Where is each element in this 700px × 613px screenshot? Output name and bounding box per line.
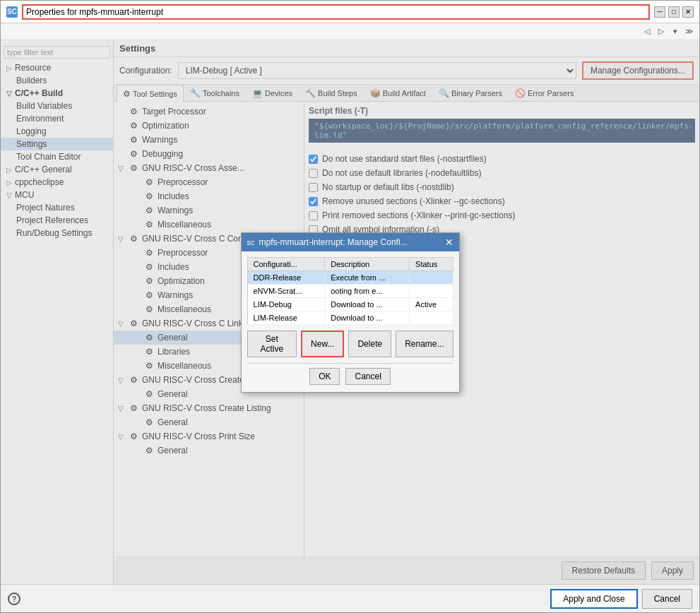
modal-dialog: sc mpfs-mmuart-interrupt: Manage Confi..… [241, 232, 460, 393]
config-status [410, 284, 453, 297]
table-row[interactable]: LIM-Release Download to ... [247, 311, 453, 324]
modal-title-icon: sc [247, 238, 255, 246]
forward-button[interactable]: ▷ [655, 26, 667, 37]
config-table: Configurati... Description Status DDR-Re… [247, 257, 453, 325]
modal-title: mpfs-mmuart-interrupt: Manage Confi... [259, 237, 408, 247]
table-row[interactable]: eNVM-Scrat... ooting from e... [247, 284, 453, 297]
apply-and-close-button[interactable]: Apply and Close [550, 589, 637, 609]
footer-left: ? [8, 593, 20, 605]
config-description: Download to ... [325, 297, 410, 311]
back-button[interactable]: ◁ [641, 26, 653, 37]
modal-actions: Set Active New... Delete Rename... [247, 331, 453, 357]
col-config: Configurati... [247, 257, 325, 270]
modal-title-bar: sc mpfs-mmuart-interrupt: Manage Confi..… [242, 233, 459, 251]
table-row[interactable]: LIM-Debug Download to ... Active [247, 297, 453, 311]
config-status [410, 270, 453, 284]
window-title: Properties for mpfs-mmuart-interrupt [22, 4, 650, 20]
modal-close-button[interactable]: ✕ [445, 237, 453, 248]
table-row[interactable]: DDR-Release Execute from ... [247, 270, 453, 284]
modal-footer: OK Cancel [247, 363, 453, 386]
config-description: ooting from e... [325, 284, 410, 297]
modal-overlay: sc mpfs-mmuart-interrupt: Manage Confi..… [1, 40, 699, 584]
config-status: Active [410, 297, 453, 311]
delete-button[interactable]: Delete [348, 331, 391, 357]
main-area: ▷ Resource Builders ▽ C/C++ Build Build … [1, 40, 699, 584]
window-controls: ─ □ ✕ [654, 6, 694, 18]
close-button[interactable]: ✕ [682, 6, 694, 18]
more-button[interactable]: ≫ [684, 26, 695, 37]
menu-button[interactable]: ▾ [670, 26, 681, 37]
config-name: eNVM-Scrat... [247, 284, 325, 297]
new-button[interactable]: New... [301, 331, 344, 357]
minimize-button[interactable]: ─ [654, 6, 665, 18]
toolbar: ◁ ▷ ▾ ≫ [1, 23, 699, 40]
config-description: Execute from ... [325, 270, 410, 284]
title-bar: SC Properties for mpfs-mmuart-interrupt … [1, 1, 699, 23]
modal-cancel-button[interactable]: Cancel [345, 368, 390, 385]
config-description: Download to ... [325, 311, 410, 324]
config-name: LIM-Release [247, 311, 325, 324]
rename-button[interactable]: Rename... [396, 331, 453, 357]
footer: ? Apply and Close Cancel [1, 584, 699, 612]
config-name: DDR-Release [247, 270, 325, 284]
modal-ok-button[interactable]: OK [309, 368, 340, 385]
modal-body: Configurati... Description Status DDR-Re… [242, 251, 459, 392]
config-status [410, 311, 453, 324]
help-icon[interactable]: ? [8, 593, 20, 605]
cancel-button[interactable]: Cancel [642, 589, 692, 609]
config-name: LIM-Debug [247, 297, 325, 311]
footer-buttons: Apply and Close Cancel [550, 589, 692, 609]
set-active-button[interactable]: Set Active [247, 331, 297, 357]
col-status: Status [410, 257, 453, 270]
restore-button[interactable]: □ [668, 6, 680, 18]
app-icon: SC [6, 6, 18, 18]
col-description: Description [325, 257, 410, 270]
